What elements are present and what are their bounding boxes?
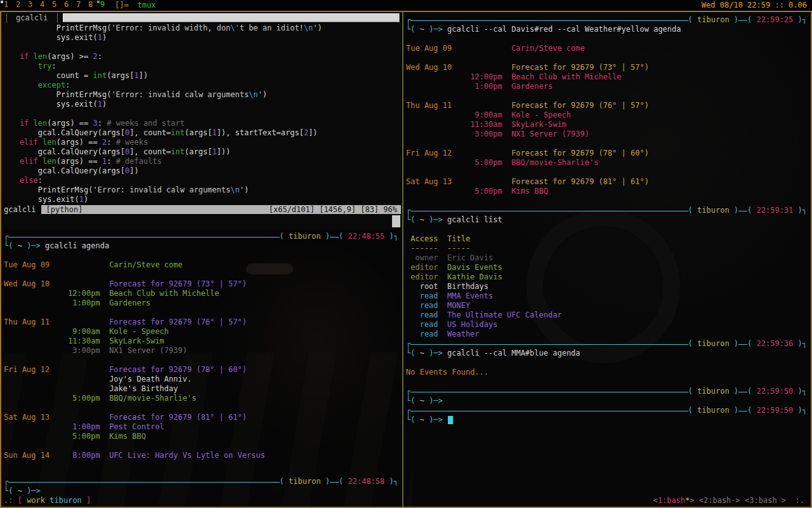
- prompt-separator: ┌( tiburon )( 22:48:55 )┐: [4, 232, 398, 241]
- separator-line: [738, 344, 747, 345]
- code-span: (args[: [185, 147, 212, 156]
- code-span: sys.exit(: [1, 100, 98, 109]
- wm-status-bar: 123456789 []= tmux Wed 08/10 22:59 :: 0.…: [0, 0, 812, 11]
- code-span: (args) >=: [47, 52, 93, 61]
- workspace-tag-4[interactable]: 4: [36, 0, 48, 11]
- blank-row: [406, 358, 807, 368]
- code-span: \n: [304, 23, 313, 32]
- code-span: 1: [98, 33, 102, 42]
- agenda-row: 5:00pmKims BBQ: [4, 432, 398, 441]
- prompt-arrow: )─>: [424, 25, 447, 34]
- separator-line: [8, 237, 279, 237]
- blank-row: [406, 377, 807, 387]
- access-cell: read: [406, 311, 438, 320]
- calendar-list-row: readUS Holidays: [406, 320, 807, 330]
- agenda-date: [406, 72, 461, 82]
- workspace-tag-label: 8: [88, 0, 93, 9]
- code-span: ): [102, 100, 107, 109]
- workspace-tag-9[interactable]: 9: [96, 0, 108, 11]
- window-label: 3:bash: [749, 496, 776, 505]
- agenda-date: [406, 158, 461, 168]
- code-span: 1: [212, 147, 216, 156]
- agenda-time: 1:00pm: [461, 82, 502, 91]
- active-tab-bar[interactable]: [63, 13, 400, 22]
- code-span: ]), startText=args[: [217, 128, 304, 137]
- workspace-tag-8[interactable]: 8: [84, 0, 96, 11]
- agenda-row: 12:00pmBeach Club with Michelle: [406, 72, 807, 82]
- workspace-tag-label: 9: [100, 0, 105, 9]
- agenda-title: Beach Club with Michelle: [100, 289, 219, 298]
- workspace-tag-6[interactable]: 6: [60, 0, 72, 11]
- agenda-title: Forecast for 92679 (76° | 57°): [502, 101, 649, 110]
- workspace-tag-7[interactable]: 7: [72, 0, 84, 11]
- agenda-time: 11:30am: [59, 337, 100, 346]
- blank-row: [406, 53, 807, 63]
- text: (: [339, 232, 348, 241]
- prompt-path: ~: [420, 415, 424, 425]
- window-label: 1:bash: [658, 496, 685, 505]
- code-span: elif: [1, 138, 38, 147]
- code-span: sys.exit(: [1, 33, 98, 42]
- code-span: ': [240, 185, 244, 194]
- prompt-path: ~: [18, 486, 22, 496]
- status-suffix: :.: [790, 496, 804, 505]
- agenda-date: Thu Aug 11: [4, 318, 59, 327]
- scrollbar-thumb[interactable]: [392, 215, 400, 227]
- agenda-time: 9:00am: [59, 327, 100, 337]
- vim-pane[interactable]: gcalcli PrintErrMsg('Error: invalid widt…: [1, 12, 402, 229]
- host-name: tiburon: [697, 339, 730, 349]
- text: (: [688, 15, 697, 25]
- command-text: gcalcli --cal MMA#blue agenda: [447, 349, 580, 358]
- agenda-row: Sat Aug 13Forecast for 92679 (81° | 61°): [4, 413, 398, 422]
- right-terminal[interactable]: ┌( tiburon )( 22:59:25 )┐└( ~ )─> gcalcl…: [403, 12, 811, 507]
- agenda-row: Thu Aug 11Forecast for 92679 (76° | 57°): [406, 101, 807, 110]
- agenda-title: Forecast for 92679 (73° | 57°): [100, 279, 247, 289]
- command-text: gcalcli --cal Davis#red --cal Weather#ye…: [447, 25, 681, 34]
- no-events-message: No Events Found...: [406, 368, 488, 377]
- left-terminal[interactable]: ┌( tiburon )( 22:48:55 )┐└( ~ )─> gcalcl…: [1, 229, 402, 507]
- agenda-title: SkyLark-Swim: [100, 337, 164, 346]
- calendar-list-row: readThe Ultimate UFC Calendar: [406, 311, 807, 320]
- agenda-row: Joy's Death Anniv.: [4, 375, 398, 384]
- agenda-time: [59, 365, 100, 375]
- prompt-arrow: )─>: [424, 415, 447, 425]
- blank-row: [406, 34, 807, 44]
- access-cell: read: [406, 330, 438, 339]
- tag-client-indicator: [1, 1, 3, 3]
- code-span: 'Error: invalid calw arguments: [111, 90, 249, 99]
- code-span: if: [1, 119, 29, 128]
- workspace-tag-5[interactable]: 5: [48, 0, 60, 11]
- separator-line: [410, 211, 688, 211]
- agenda-time: [461, 149, 502, 158]
- code-line: elif len(args) == 2: # weeks: [1, 138, 402, 147]
- status-dots: .:: [4, 496, 18, 505]
- text: ): [730, 339, 738, 349]
- code-span: (args) ==: [47, 119, 93, 128]
- agenda-time: [461, 44, 502, 53]
- code-buffer: PrintErrMsg('Error: invalid width, don\'…: [1, 23, 402, 204]
- workspace-tag-3[interactable]: 3: [24, 0, 36, 11]
- agenda-time: 3:00pm: [59, 346, 100, 356]
- agenda-date: Sun Aug 14: [4, 451, 59, 460]
- prompt-line: └( ~ )─> gcalcli agenda: [4, 241, 398, 251]
- blank-row: [4, 251, 398, 260]
- prompt-symbol: └(: [4, 241, 18, 251]
- text: (: [688, 206, 697, 215]
- code-span: gcal.CalQuery(args[: [1, 128, 125, 137]
- code-span: ]): [308, 128, 317, 137]
- agenda-row: 1:00pmGardeners: [406, 82, 807, 91]
- table-header: Title: [438, 234, 471, 244]
- agenda-date: [406, 120, 461, 130]
- workspace-tag-2[interactable]: 2: [12, 0, 24, 11]
- layout-symbol[interactable]: []=: [115, 1, 129, 10]
- code-span: :: [38, 176, 43, 185]
- prompt-separator: ┌( tiburon )( 22:59:31 )┐: [406, 206, 807, 215]
- window-tab-label[interactable]: gcalcli: [6, 13, 58, 23]
- agenda-date: [4, 298, 59, 308]
- title-cell: Birthdays: [438, 282, 488, 291]
- code-line: count = int(args[1]): [1, 71, 402, 81]
- workspace-tag-1[interactable]: 1: [0, 0, 12, 11]
- agenda-row: Tue Aug 09Carin/Steve come: [406, 44, 807, 53]
- agenda-date: [4, 327, 59, 337]
- border-corner: ┌: [406, 339, 410, 349]
